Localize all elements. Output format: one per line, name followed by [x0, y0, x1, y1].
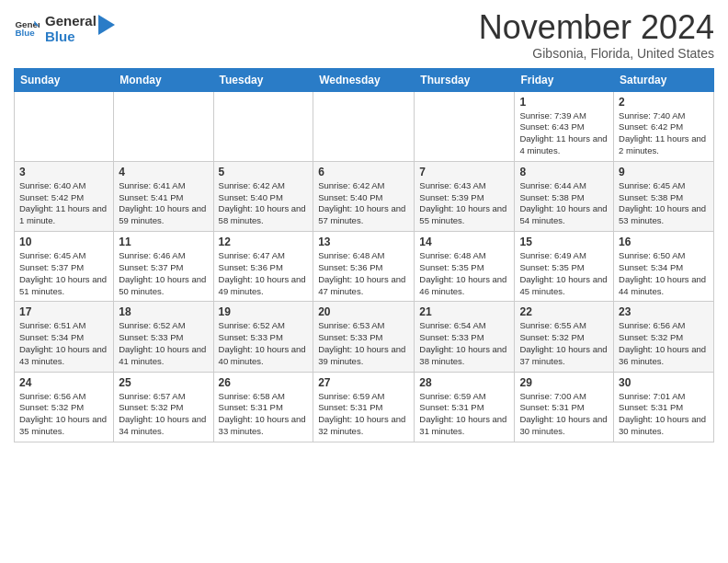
calendar-cell: 17Sunrise: 6:51 AMSunset: 5:34 PMDayligh…: [15, 302, 114, 372]
calendar-cell: [15, 91, 114, 161]
calendar-cell: 21Sunrise: 6:54 AMSunset: 5:33 PMDayligh…: [415, 302, 515, 372]
col-tuesday: Tuesday: [213, 68, 313, 91]
calendar-week-1: 3Sunrise: 6:40 AMSunset: 5:42 PMDaylight…: [15, 161, 714, 231]
day-info: Sunrise: 6:59 AMSunset: 5:31 PMDaylight:…: [419, 391, 509, 438]
calendar-cell: 15Sunrise: 6:49 AMSunset: 5:35 PMDayligh…: [515, 232, 614, 302]
day-info: Sunrise: 7:00 AMSunset: 5:31 PMDaylight:…: [519, 391, 609, 438]
day-number: 18: [119, 305, 208, 318]
col-monday: Monday: [114, 68, 213, 91]
calendar-cell: 5Sunrise: 6:42 AMSunset: 5:40 PMDaylight…: [213, 161, 313, 231]
calendar-week-4: 24Sunrise: 6:56 AMSunset: 5:32 PMDayligh…: [15, 372, 714, 442]
day-number: 8: [519, 166, 609, 178]
calendar-cell: 14Sunrise: 6:48 AMSunset: 5:35 PMDayligh…: [415, 232, 515, 302]
calendar-week-3: 17Sunrise: 6:51 AMSunset: 5:34 PMDayligh…: [15, 302, 714, 372]
calendar-cell: 29Sunrise: 7:00 AMSunset: 5:31 PMDayligh…: [515, 372, 614, 442]
calendar-cell: 24Sunrise: 6:56 AMSunset: 5:32 PMDayligh…: [15, 372, 114, 442]
svg-text:Blue: Blue: [15, 29, 35, 39]
day-info: Sunrise: 6:44 AMSunset: 5:38 PMDaylight:…: [519, 180, 609, 227]
day-number: 9: [619, 166, 709, 178]
day-number: 27: [318, 376, 409, 389]
day-info: Sunrise: 6:56 AMSunset: 5:32 PMDaylight:…: [619, 320, 709, 367]
calendar-cell: 25Sunrise: 6:57 AMSunset: 5:32 PMDayligh…: [114, 372, 213, 442]
calendar-cell: 18Sunrise: 6:52 AMSunset: 5:33 PMDayligh…: [114, 302, 213, 372]
calendar-cell: 3Sunrise: 6:40 AMSunset: 5:42 PMDaylight…: [15, 161, 114, 231]
svg-marker-3: [98, 15, 115, 35]
day-number: 21: [419, 305, 509, 318]
day-info: Sunrise: 6:55 AMSunset: 5:32 PMDaylight:…: [519, 320, 609, 367]
calendar-cell: [313, 91, 415, 161]
day-info: Sunrise: 6:58 AMSunset: 5:31 PMDaylight:…: [219, 391, 309, 438]
col-friday: Friday: [515, 68, 614, 91]
calendar-cell: 13Sunrise: 6:48 AMSunset: 5:36 PMDayligh…: [313, 232, 415, 302]
calendar-cell: 9Sunrise: 6:45 AMSunset: 5:38 PMDaylight…: [614, 161, 714, 231]
day-info: Sunrise: 6:45 AMSunset: 5:37 PMDaylight:…: [19, 250, 108, 297]
day-number: 28: [419, 376, 509, 389]
calendar-week-2: 10Sunrise: 6:45 AMSunset: 5:37 PMDayligh…: [15, 232, 714, 302]
day-number: 19: [219, 305, 309, 318]
calendar-cell: 12Sunrise: 6:47 AMSunset: 5:36 PMDayligh…: [213, 232, 313, 302]
day-number: 5: [219, 166, 309, 178]
day-number: 16: [619, 236, 709, 248]
day-info: Sunrise: 6:50 AMSunset: 5:34 PMDaylight:…: [619, 250, 709, 297]
day-info: Sunrise: 6:54 AMSunset: 5:33 PMDaylight:…: [419, 320, 509, 367]
day-info: Sunrise: 6:45 AMSunset: 5:38 PMDaylight:…: [619, 180, 709, 227]
day-info: Sunrise: 7:40 AMSunset: 6:42 PMDaylight:…: [619, 110, 709, 157]
logo-icon: General Blue: [14, 16, 40, 41]
header: General Blue General Blue November 2024 …: [14, 9, 714, 61]
day-number: 24: [19, 376, 108, 389]
logo-blue: Blue: [45, 29, 97, 44]
day-number: 20: [318, 305, 409, 318]
day-info: Sunrise: 6:40 AMSunset: 5:42 PMDaylight:…: [19, 180, 108, 227]
day-info: Sunrise: 6:48 AMSunset: 5:36 PMDaylight:…: [318, 250, 409, 297]
day-info: Sunrise: 6:57 AMSunset: 5:32 PMDaylight:…: [119, 391, 208, 438]
day-number: 23: [619, 305, 709, 318]
day-number: 26: [219, 376, 309, 389]
calendar-cell: 19Sunrise: 6:52 AMSunset: 5:33 PMDayligh…: [213, 302, 313, 372]
page: General Blue General Blue November 2024 …: [0, 0, 728, 456]
day-number: 6: [318, 166, 409, 178]
calendar: Sunday Monday Tuesday Wednesday Thursday…: [14, 68, 714, 442]
calendar-cell: 2Sunrise: 7:40 AMSunset: 6:42 PMDaylight…: [614, 91, 714, 161]
day-info: Sunrise: 6:48 AMSunset: 5:35 PMDaylight:…: [419, 250, 509, 297]
calendar-cell: [213, 91, 313, 161]
logo: General Blue General Blue: [14, 13, 115, 45]
calendar-cell: 11Sunrise: 6:46 AMSunset: 5:37 PMDayligh…: [114, 232, 213, 302]
calendar-cell: 23Sunrise: 6:56 AMSunset: 5:32 PMDayligh…: [614, 302, 714, 372]
day-info: Sunrise: 6:42 AMSunset: 5:40 PMDaylight:…: [318, 180, 409, 227]
col-thursday: Thursday: [415, 68, 515, 91]
day-info: Sunrise: 6:51 AMSunset: 5:34 PMDaylight:…: [19, 320, 108, 367]
calendar-week-0: 1Sunrise: 7:39 AMSunset: 6:43 PMDaylight…: [15, 91, 714, 161]
col-saturday: Saturday: [614, 68, 714, 91]
logo-arrow-icon: [98, 15, 115, 35]
day-info: Sunrise: 6:43 AMSunset: 5:39 PMDaylight:…: [419, 180, 509, 227]
day-number: 29: [519, 376, 609, 389]
day-number: 14: [419, 236, 509, 248]
day-info: Sunrise: 7:01 AMSunset: 5:31 PMDaylight:…: [619, 391, 709, 438]
day-info: Sunrise: 6:56 AMSunset: 5:32 PMDaylight:…: [19, 391, 108, 438]
calendar-cell: 8Sunrise: 6:44 AMSunset: 5:38 PMDaylight…: [515, 161, 614, 231]
day-number: 7: [419, 166, 509, 178]
calendar-cell: 28Sunrise: 6:59 AMSunset: 5:31 PMDayligh…: [415, 372, 515, 442]
day-info: Sunrise: 6:42 AMSunset: 5:40 PMDaylight:…: [219, 180, 309, 227]
day-number: 25: [119, 376, 208, 389]
day-info: Sunrise: 6:41 AMSunset: 5:41 PMDaylight:…: [119, 180, 208, 227]
day-number: 17: [19, 305, 108, 318]
calendar-cell: [114, 91, 213, 161]
calendar-cell: 16Sunrise: 6:50 AMSunset: 5:34 PMDayligh…: [614, 232, 714, 302]
day-number: 13: [318, 236, 409, 248]
day-info: Sunrise: 6:47 AMSunset: 5:36 PMDaylight:…: [219, 250, 309, 297]
day-number: 30: [619, 376, 709, 389]
day-info: Sunrise: 6:59 AMSunset: 5:31 PMDaylight:…: [318, 391, 409, 438]
calendar-cell: 6Sunrise: 6:42 AMSunset: 5:40 PMDaylight…: [313, 161, 415, 231]
title-block: November 2024 Gibsonia, Florida, United …: [479, 9, 714, 61]
month-title: November 2024: [479, 9, 714, 46]
col-wednesday: Wednesday: [313, 68, 415, 91]
day-info: Sunrise: 6:46 AMSunset: 5:37 PMDaylight:…: [119, 250, 208, 297]
day-number: 10: [19, 236, 108, 248]
calendar-cell: 1Sunrise: 7:39 AMSunset: 6:43 PMDaylight…: [515, 91, 614, 161]
day-info: Sunrise: 6:52 AMSunset: 5:33 PMDaylight:…: [219, 320, 309, 367]
calendar-cell: 30Sunrise: 7:01 AMSunset: 5:31 PMDayligh…: [614, 372, 714, 442]
calendar-cell: 22Sunrise: 6:55 AMSunset: 5:32 PMDayligh…: [515, 302, 614, 372]
day-info: Sunrise: 7:39 AMSunset: 6:43 PMDaylight:…: [519, 110, 609, 157]
calendar-cell: 20Sunrise: 6:53 AMSunset: 5:33 PMDayligh…: [313, 302, 415, 372]
